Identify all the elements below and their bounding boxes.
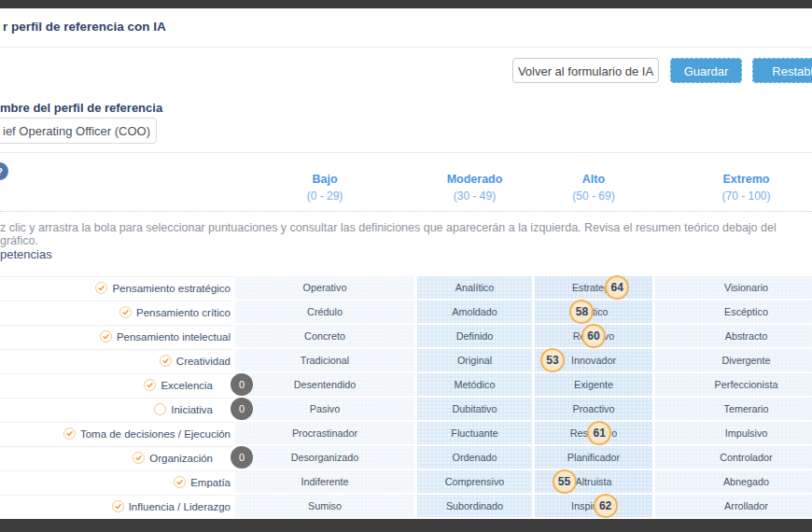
check-circle-icon[interactable] [133,452,145,464]
anchor-cell-bajo[interactable]: Desorganizado [235,446,414,469]
check-circle-icon[interactable] [144,379,156,391]
competency-label-cell: Pensamiento crítico [0,301,233,323]
anchor-cell-moderado[interactable]: Fluctuante [417,422,532,444]
table-row: CreatividadTradicionalOriginalInnovadorD… [0,349,812,371]
instruction-text: z clic y arrastra la bola para seleccion… [0,221,803,247]
back-to-ai-form-button[interactable]: Volver al formulario de IA [512,58,659,83]
check-circle-icon[interactable] [174,476,186,488]
anchor-cell-bajo[interactable]: Concreto [235,325,414,347]
anchor-cell-extremo[interactable]: Impulsivo [655,422,812,444]
scale-level-range: (0 - 29) [307,189,343,203]
competency-label: Pensamiento crítico [136,307,231,318]
scale-level-range: (50 - 69) [572,189,614,203]
anchor-cell-bajo[interactable]: Operativo [235,276,414,299]
competencies-table: Pensamiento estratégicoOperativoAnalític… [0,276,812,519]
empty-circle-icon[interactable] [154,403,166,415]
competency-label-cell: Toma de decisiones / Ejecución [0,422,233,444]
score-ball[interactable]: 0 [231,373,253,396]
anchor-cell-alto[interactable]: Estratega [535,276,652,299]
scale-separator [0,211,812,212]
anchor-cell-moderado[interactable]: Subordinado [417,495,532,517]
divider [0,152,812,153]
competency-label: Organización [149,453,213,464]
help-icon-glyph: ? [0,166,3,177]
anchor-cell-alto[interactable]: Exigente [535,373,652,396]
score-ball[interactable]: 0 [231,446,253,469]
anchor-cell-extremo[interactable]: Visionario [655,276,812,299]
save-button[interactable]: Guardar [670,58,742,83]
anchor-cell-extremo[interactable]: Arrollador [655,495,812,517]
table-row: Toma de decisiones / EjecuciónProcrastin… [0,422,812,444]
top-bar [0,0,812,8]
anchor-cell-extremo[interactable]: Abstracto [655,325,812,347]
scale-level-name: Alto [572,173,614,186]
anchor-cell-bajo[interactable]: Crédulo [235,301,414,323]
scale-level-name: Moderado [447,173,503,186]
section-title: petencias [0,247,52,261]
table-row: EmpatíaIndiferenteComprensivoAltruistaAb… [0,470,812,493]
check-circle-icon[interactable] [63,427,76,440]
check-circle-icon[interactable] [100,330,112,343]
anchor-cell-bajo[interactable]: Procrastinador [235,422,414,444]
anchor-cell-moderado[interactable]: Ordenado [417,446,532,469]
scale-header-bajo: Bajo(0 - 29) [307,173,343,203]
anchor-cell-moderado[interactable]: Comprensivo [417,470,532,493]
check-circle-icon[interactable] [112,500,124,512]
anchor-cell-alto[interactable]: Proactivo [535,398,652,420]
score-ball[interactable]: 62 [594,494,618,518]
profile-name-input[interactable] [0,118,157,144]
anchor-cell-extremo[interactable]: Perfeccionista [655,373,812,396]
anchor-cell-extremo[interactable]: Temerario [655,398,812,420]
table-row: Pensamiento críticoCréduloAmoldadoCrític… [0,301,812,323]
anchor-cell-bajo[interactable]: Tradicional [235,349,414,371]
anchor-cell-bajo[interactable]: Sumiso [235,495,414,517]
competency-label: Empatía [190,477,231,488]
scale-level-name: Extremo [721,173,770,186]
competency-label-cell: Creatividad [0,349,233,371]
competency-label: Creatividad [176,356,231,367]
competency-label: Iniciativa [171,404,213,415]
anchor-cell-bajo[interactable]: Indiferente [235,470,414,493]
anchor-cell-moderado[interactable]: Definido [417,325,532,347]
page: r perfil de referencia con IA Volver al … [0,0,812,532]
anchor-cell-moderado[interactable]: Amoldado [417,301,532,323]
score-ball[interactable]: 0 [231,398,253,420]
anchor-cell-bajo[interactable]: Pasivo [235,398,414,420]
reset-button[interactable]: Restablecer [752,58,812,83]
competency-label-cell: Pensamiento estratégico [0,276,233,299]
competency-label: Toma de decisiones / Ejecución [80,428,231,440]
anchor-cell-moderado[interactable]: Dubitativo [417,398,532,420]
check-circle-icon[interactable] [95,282,107,294]
anchor-cell-extremo[interactable]: Abnegado [655,470,812,493]
anchor-cell-moderado[interactable]: Analítico [417,276,532,299]
scale-header-moderado: Moderado(30 - 49) [447,173,503,203]
anchor-cell-moderado[interactable]: Metódico [417,373,532,396]
competency-label-cell: Excelencia [0,373,233,396]
competency-label: Excelencia [161,380,213,391]
anchor-cell-moderado[interactable]: Original [417,349,532,371]
divider [0,47,812,48]
help-icon[interactable]: ? [0,162,8,180]
scale-header-alto: Alto(50 - 69) [572,173,614,203]
competency-label-cell: Pensamiento intelectual [0,325,233,347]
score-ball[interactable]: 55 [553,469,577,494]
check-circle-icon[interactable] [160,355,172,367]
scale-level-range: (30 - 49) [447,189,503,203]
competency-label-cell: Organización [0,446,233,469]
competency-label-cell: Influencia / Liderazgo [0,495,233,517]
check-circle-icon[interactable] [119,306,132,318]
anchor-cell-alto[interactable]: Planificador [535,446,652,469]
score-ball[interactable]: 64 [605,275,629,300]
competency-label: Pensamiento intelectual [117,331,231,343]
anchor-cell-bajo[interactable]: Desentendido [235,373,414,396]
bottom-bar [0,519,812,532]
scale-level-name: Bajo [307,173,343,186]
score-ball[interactable]: 53 [540,348,565,372]
scale-level-range: (70 - 100) [721,189,770,203]
competency-label: Influencia / Liderazgo [129,501,231,512]
anchor-cell-extremo[interactable]: Controlador [655,446,812,469]
score-ball[interactable]: 60 [581,324,606,348]
anchor-cell-extremo[interactable]: Divergente [655,349,812,371]
anchor-cell-extremo[interactable]: Escéptico [655,301,812,323]
competency-label-cell: Iniciativa [0,398,233,420]
